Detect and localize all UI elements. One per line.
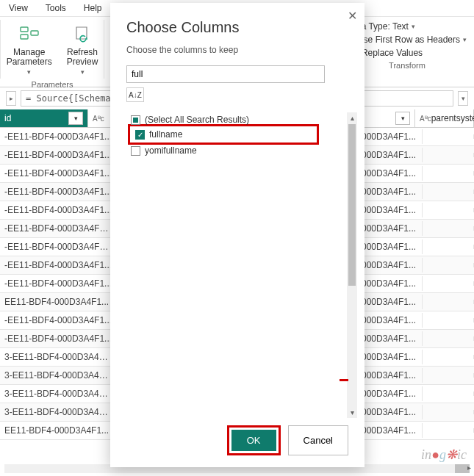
cell-right2 (423, 300, 474, 304)
cell-id: -EE11-BDF4-000D3A4F1... (0, 313, 118, 328)
cell-right2 (423, 190, 474, 194)
svg-rect-1 (21, 35, 28, 39)
cell-right2 (423, 171, 474, 176)
cell-id: EE11-BDF4-000D3A4F1... (0, 295, 118, 309)
list-vertical-scrollbar[interactable]: ▴ ▾ (347, 112, 357, 418)
scroll-up-arrow[interactable]: ▴ (347, 114, 357, 122)
cell-right1: 000D3A4F1... (356, 129, 423, 144)
cell-right2 (423, 355, 474, 359)
cell-right2 (423, 392, 474, 396)
ribbon-group-parameters: ManageParameters ▾ RefreshPreview ▾ Para… (1, 17, 104, 87)
column-filter-button[interactable]: ▾ (395, 112, 410, 125)
sort-az-icon: A↓Z (129, 91, 142, 99)
first-row-headers-label: Use First Row as Headers (357, 35, 460, 45)
cell-right2 (423, 153, 474, 157)
dialog-subtitle: Choose the columns to keep (126, 45, 348, 55)
cell-id: -EE11-BDF4-000D3A4F1... (0, 184, 118, 199)
column-item-yomifullname[interactable]: yomifullname (126, 143, 316, 158)
replace-values-button[interactable]: ↻₂ Replace Values (348, 48, 467, 58)
watermark-logo: in●g❋ic (421, 447, 467, 463)
formula-expand-button[interactable]: ▸ (6, 91, 16, 106)
refresh-preview-button[interactable]: RefreshPreview ▾ (62, 20, 103, 80)
cell-right1: 000D3A4F1... (356, 239, 423, 254)
checkbox-checked[interactable]: ✓ (135, 130, 145, 140)
cell-right1: 000D3A4F1... (356, 184, 423, 199)
scrollbar-thumb[interactable] (348, 124, 356, 286)
first-row-headers-button[interactable]: ▦ Use First Row as Headers ▾ (348, 35, 467, 45)
text-type-icon: Aᴮc (93, 115, 104, 123)
cell-id: -EE11-BDF4-000D3A4F18... (0, 221, 118, 236)
tristate-checkbox[interactable] (131, 115, 140, 125)
cell-right2 (423, 226, 474, 231)
cell-id: 3-EE11-BDF4-000D3A4F1... (0, 386, 118, 401)
cell-id: -EE11-BDF4-000D3A4F18... (0, 239, 118, 254)
cell-right2 (423, 428, 474, 433)
chevron-down-icon: ▾ (462, 95, 465, 102)
column-header-parentsystem-label: parentsyste (431, 113, 474, 123)
column-filter-button[interactable]: ▾ (68, 112, 83, 125)
menu-help[interactable]: Help (84, 3, 102, 13)
cell-right1: 000D3A4F1... (356, 368, 423, 383)
column-item-fullname[interactable]: ✓ fullname (131, 127, 316, 142)
annotation-mark (340, 379, 348, 381)
menu-view[interactable]: View (9, 3, 28, 13)
cell-right1: 000D3A4F1... (356, 386, 423, 401)
chevron-down-icon: ▾ (412, 23, 415, 30)
formula-dropdown-button[interactable]: ▾ (458, 91, 468, 106)
svg-rect-2 (31, 31, 38, 35)
cell-right1: 000D3A4F1... (356, 331, 423, 346)
sort-az-button[interactable]: A↓Z (126, 87, 144, 102)
cell-right2 (423, 245, 474, 249)
cell-id: -EE11-BDF4-000D3A4F1... (0, 276, 118, 291)
cell-right1: 000D3A4F1... (356, 350, 423, 364)
cell-right1: 000D3A4F1... (356, 405, 423, 419)
cell-right2 (423, 373, 474, 378)
cell-right2 (423, 410, 474, 414)
highlight-annotation: ✓ fullname (128, 124, 319, 145)
ribbon-group-transform-label: Transform (348, 61, 467, 70)
replace-values-label: Replace Values (362, 48, 423, 58)
chevron-down-icon: ▾ (463, 36, 467, 43)
cell-right1: 000D3A4F1... (356, 295, 423, 309)
ribbon-group-parameters-label: Parameters (32, 80, 73, 89)
select-all-label: (Select All Search Results) (145, 115, 249, 125)
ok-button[interactable]: OK (231, 430, 276, 451)
column-item-label: yomifullname (145, 145, 197, 156)
manage-parameters-label: ManageParameters ▾ (7, 48, 52, 77)
cell-right1: 000D3A4F1... (356, 203, 423, 217)
cell-right2 (423, 318, 474, 322)
data-type-button[interactable]: Data Type: Text ▾ (348, 21, 467, 32)
chevron-right-icon: ▸ (10, 95, 13, 102)
column-header-id-label: id (4, 113, 11, 123)
cancel-button[interactable]: Cancel (288, 425, 348, 455)
cell-id: 3-EE11-BDF4-000D3A4F1... (0, 350, 118, 364)
highlight-annotation: OK (227, 425, 281, 455)
refresh-preview-label: RefreshPreview ▾ (67, 48, 98, 77)
cell-id: -EE11-BDF4-000D3A4F1... (0, 166, 118, 181)
column-header-parentsystem[interactable]: Aᴮc parentsyste (415, 109, 474, 127)
checkbox-unchecked[interactable] (131, 146, 140, 156)
cell-id: -EE11-BDF4-000D3A4F1... (0, 331, 118, 346)
column-item-label: fullname (149, 129, 182, 140)
scroll-down-arrow[interactable]: ▾ (347, 408, 357, 416)
close-icon: ✕ (348, 10, 357, 22)
cell-right2 (423, 336, 474, 341)
cell-right1: 000D3A4F1... (356, 423, 423, 438)
cell-id: -EE11-BDF4-000D3A4F1... (0, 129, 118, 144)
column-header-id[interactable]: id ▾ (0, 109, 88, 127)
cell-right1: 000D3A4F1... (356, 276, 423, 291)
cell-id: -EE11-BDF4-000D3A4F1... (0, 258, 118, 273)
cell-right2 (423, 263, 474, 267)
column-search-input[interactable] (126, 65, 325, 83)
parameters-icon (18, 23, 41, 46)
choose-columns-dialog: ✕ Choose Columns Choose the columns to k… (110, 3, 365, 467)
menu-tools[interactable]: Tools (46, 3, 66, 13)
manage-parameters-button[interactable]: ManageParameters ▾ (2, 20, 57, 80)
cell-id: 3-EE11-BDF4-000D3A4F1... (0, 368, 118, 383)
cell-id: -EE11-BDF4-000D3A4F1... (0, 203, 118, 217)
cell-id: 3-EE11-BDF4-000D3A4F1... (0, 405, 118, 419)
cell-right1: 000D3A4F1... (356, 313, 423, 328)
cell-right1: 000D3A4F1... (356, 166, 423, 181)
cell-id: EE11-BDF4-000D3A4F1... (0, 423, 118, 438)
close-button[interactable]: ✕ (348, 9, 357, 23)
